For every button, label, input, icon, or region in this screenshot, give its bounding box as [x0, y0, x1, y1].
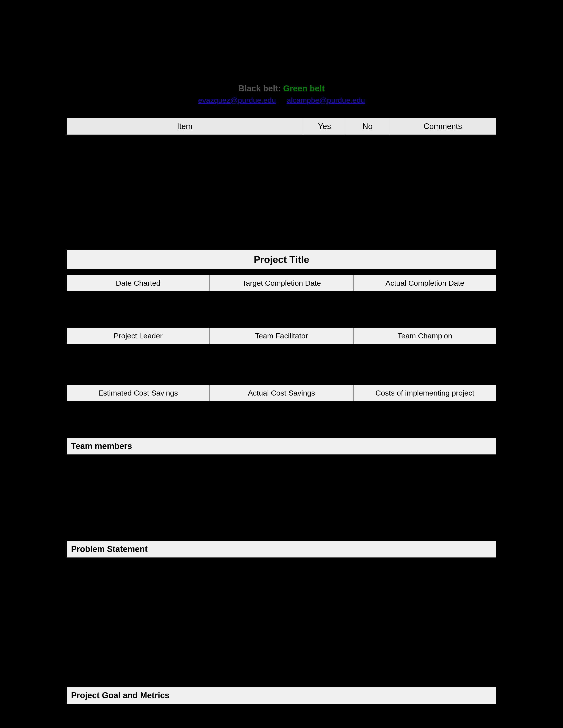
costs-table: Estimated Cost Savings Actual Cost Savin…: [66, 385, 497, 401]
email-line: evazquez@purdue.edu alcampbe@purdue.edu: [66, 96, 497, 105]
date-charted-label: Date Charted: [66, 275, 210, 291]
problem-statement-content: [66, 563, 497, 674]
dates-input-area: [66, 297, 497, 314]
checklist-rows-area: [66, 148, 497, 241]
leaders-table: Project Leader Team Facilitator Team Cha…: [66, 328, 497, 344]
green-belt-label: Green belt: [283, 84, 325, 93]
col-header-yes: Yes: [303, 118, 346, 135]
team-members-header: Team members: [66, 437, 497, 455]
email1-link[interactable]: evazquez@purdue.edu: [198, 96, 276, 104]
team-champion-label: Team Champion: [353, 328, 497, 344]
leaders-input-area: [66, 349, 497, 372]
actual-cost-label: Actual Cost Savings: [210, 385, 353, 401]
costs-implementing-label: Costs of implementing project: [353, 385, 497, 401]
project-goal-header: Project Goal and Metrics: [66, 687, 497, 704]
col-header-comments: Comments: [389, 118, 497, 135]
charter-section: Project Title Date Charted Target Comple…: [66, 250, 497, 728]
col-header-item: Item: [66, 118, 303, 135]
col-header-no: No: [346, 118, 389, 135]
project-goal-content: [66, 709, 497, 728]
team-members-content: [66, 460, 497, 535]
header-section: Black belt: Green belt evazquez@purdue.e…: [66, 84, 497, 105]
estimated-cost-label: Estimated Cost Savings: [66, 385, 210, 401]
item-table: Item Yes No Comments: [66, 118, 497, 135]
dates-table: Date Charted Target Completion Date Actu…: [66, 275, 497, 291]
email2-link[interactable]: alcampbe@purdue.edu: [287, 96, 365, 104]
problem-statement-header: Problem Statement: [66, 540, 497, 558]
black-belt-label: Black belt:: [238, 84, 281, 93]
belt-label-line: Black belt: Green belt: [66, 84, 497, 93]
costs-input-area: [66, 407, 497, 424]
actual-completion-label: Actual Completion Date: [353, 275, 497, 291]
project-title: Project Title: [66, 250, 497, 270]
project-leader-label: Project Leader: [66, 328, 210, 344]
target-completion-label: Target Completion Date: [210, 275, 353, 291]
team-facilitator-label: Team Facilitator: [210, 328, 353, 344]
